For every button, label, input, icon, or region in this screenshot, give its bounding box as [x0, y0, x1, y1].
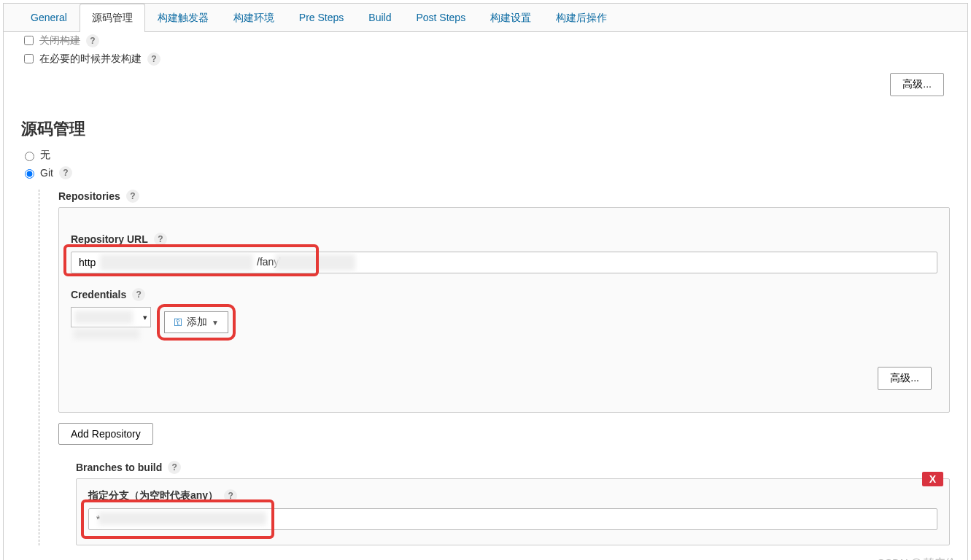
- advanced-button[interactable]: 高级...: [890, 73, 944, 96]
- tab-scm[interactable]: 源码管理: [80, 4, 145, 32]
- tab-poststeps[interactable]: Post Steps: [403, 4, 478, 32]
- tab-settings[interactable]: 构建设置: [478, 4, 543, 32]
- scm-git-label: Git: [40, 167, 53, 179]
- repo-url-label: Repository URL: [71, 233, 148, 245]
- credentials-label: Credentials: [71, 289, 126, 300]
- tab-postbuild[interactable]: 构建后操作: [543, 4, 619, 32]
- tab-env[interactable]: 构建环境: [221, 4, 287, 32]
- add-repository-button[interactable]: Add Repository: [58, 423, 153, 445]
- scm-git-radio[interactable]: [25, 169, 34, 179]
- redacted-overlay: [74, 311, 133, 324]
- help-icon[interactable]: ?: [132, 288, 145, 301]
- help-icon[interactable]: ?: [168, 461, 181, 474]
- repo-url-fragment: /fanyl: [257, 256, 281, 268]
- tab-triggers[interactable]: 构建触发器: [145, 4, 221, 32]
- scm-none-label: 无: [40, 149, 50, 162]
- chevron-down-icon: ▼: [212, 319, 219, 327]
- close-build-label: 关闭构建: [39, 34, 80, 47]
- concurrent-build-label: 在必要的时候并发构建: [39, 52, 142, 66]
- help-icon[interactable]: ?: [154, 233, 167, 246]
- tab-presteps[interactable]: Pre Steps: [287, 4, 356, 32]
- key-icon: ⚿: [174, 317, 182, 327]
- tab-general[interactable]: General: [18, 4, 80, 32]
- chevron-down-icon: ▾: [143, 313, 147, 322]
- credentials-select[interactable]: ▾: [71, 307, 151, 327]
- branch-spec-input[interactable]: [88, 508, 937, 530]
- redacted-overlay: [74, 329, 139, 339]
- repo-advanced-button[interactable]: 高级...: [878, 367, 932, 390]
- help-icon[interactable]: ?: [126, 190, 139, 203]
- tab-build[interactable]: Build: [356, 4, 403, 32]
- annotation-highlight: ⚿ 添加 ▼: [160, 307, 233, 338]
- help-icon[interactable]: ?: [224, 489, 237, 502]
- scm-section-title: 源码管理: [21, 118, 950, 140]
- branches-label: Branches to build: [76, 462, 162, 473]
- branch-spec-label: 指定分支（为空时代表any）: [88, 489, 218, 502]
- repo-url-input[interactable]: [71, 252, 937, 273]
- add-button-label: 添加: [187, 316, 207, 329]
- concurrent-build-checkbox[interactable]: [24, 54, 34, 63]
- help-icon[interactable]: ?: [147, 52, 160, 66]
- scm-none-radio[interactable]: [25, 152, 34, 161]
- repositories-label: Repositories: [58, 190, 120, 202]
- config-tabs: General 源码管理 构建触发器 构建环境 Pre Steps Build …: [4, 4, 967, 32]
- close-build-checkbox[interactable]: [24, 36, 34, 45]
- delete-branch-button[interactable]: X: [922, 472, 943, 486]
- add-credentials-button[interactable]: ⚿ 添加 ▼: [164, 311, 228, 333]
- help-icon[interactable]: ?: [86, 34, 99, 47]
- help-icon[interactable]: ?: [59, 166, 72, 179]
